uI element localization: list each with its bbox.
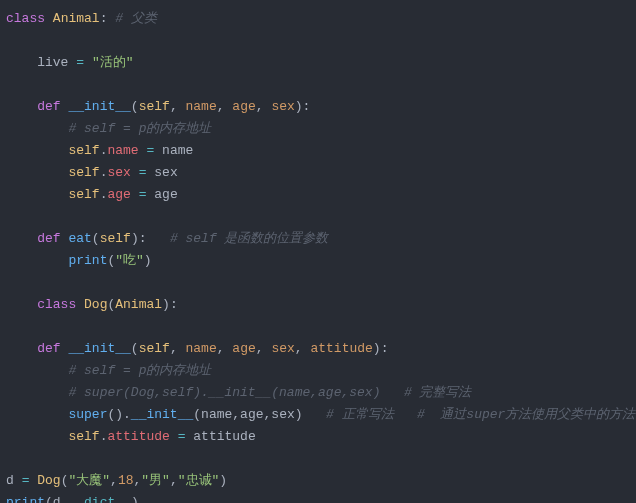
- keyword-def: def: [37, 231, 60, 246]
- code-line: # self = p的内存地址: [6, 121, 211, 136]
- comment: # self = p的内存地址: [68, 121, 211, 136]
- code-line: def __init__(self, name, age, sex):: [6, 99, 310, 114]
- code-line: # super(Dog,self).__init__(name,age,sex)…: [6, 385, 471, 400]
- code-line: self.attitude = attitude: [6, 429, 256, 444]
- code-line: self.name = name: [6, 143, 193, 158]
- code-block: class Animal: # 父类 live = "活的" def __ini…: [6, 8, 628, 503]
- code-line: print(d.__dict__): [6, 495, 139, 503]
- code-line: d = Dog("大魔",18,"男","忠诚"): [6, 473, 227, 488]
- code-line: super().__init__(name,age,sex) # 正常写法 # …: [6, 407, 635, 422]
- comment: # self 是函数的位置参数: [170, 231, 329, 246]
- string: "活的": [92, 55, 134, 70]
- keyword-def: def: [37, 341, 60, 356]
- code-line: class Dog(Animal):: [6, 297, 178, 312]
- code-line: # self = p的内存地址: [6, 363, 211, 378]
- builtin-super: super: [68, 407, 107, 422]
- comment: # super(Dog,self).__init__(name,age,sex)…: [68, 385, 471, 400]
- function-name: __init__: [68, 99, 130, 114]
- builtin-print: print: [68, 253, 107, 268]
- string: "忠诚": [178, 473, 220, 488]
- function-name: eat: [68, 231, 91, 246]
- comment: # self = p的内存地址: [68, 363, 211, 378]
- comment: # 父类: [115, 11, 157, 26]
- keyword-class: class: [6, 11, 45, 26]
- code-line: def eat(self): # self 是函数的位置参数: [6, 231, 329, 246]
- dunder-attr: __dict__: [68, 495, 130, 503]
- code-line: live = "活的": [6, 55, 133, 70]
- classname: Dog: [84, 297, 107, 312]
- string: "吃": [115, 253, 144, 268]
- function-name: __init__: [68, 341, 130, 356]
- classname: Dog: [37, 473, 60, 488]
- code-line: print("吃"): [6, 253, 152, 268]
- keyword-class: class: [37, 297, 76, 312]
- code-line: self.age = age: [6, 187, 178, 202]
- code-line: self.sex = sex: [6, 165, 178, 180]
- string: "男": [141, 473, 170, 488]
- keyword-def: def: [37, 99, 60, 114]
- string: "大魔": [68, 473, 110, 488]
- classname: Animal: [53, 11, 100, 26]
- number: 18: [118, 473, 134, 488]
- comment: # 正常写法 # 通过super方法使用父类中的方法: [326, 407, 635, 422]
- code-line: def __init__(self, name, age, sex, attit…: [6, 341, 388, 356]
- code-line: class Animal: # 父类: [6, 11, 157, 26]
- builtin-print: print: [6, 495, 45, 503]
